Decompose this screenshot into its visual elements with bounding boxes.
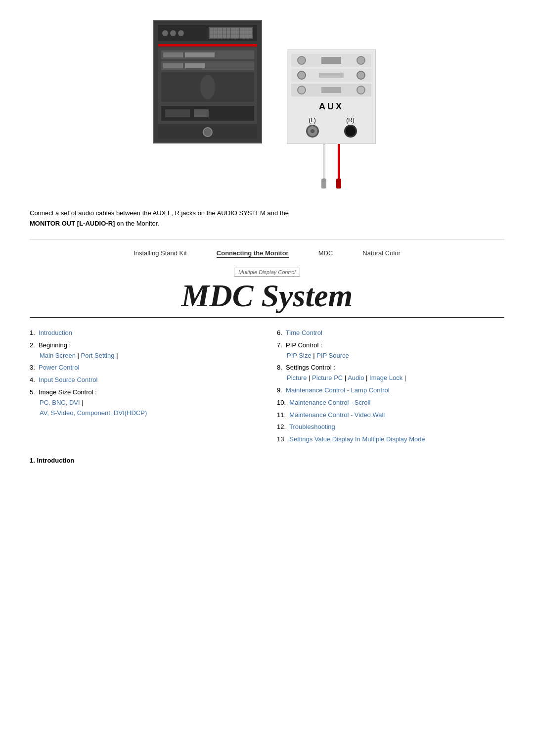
toc-item-7: 7. PIP Control : PIP Size | PIP Source bbox=[277, 340, 504, 361]
description-text: Connect a set of audio cables between th… bbox=[30, 208, 504, 229]
toc-link-video-wall[interactable]: Maintenance Control - Video Wall bbox=[289, 411, 385, 419]
monitor-ctrl-bar2 bbox=[194, 109, 209, 117]
toc-item-5: 5. Image Size Control : PC, BNC, DVI | A… bbox=[30, 387, 257, 418]
toc-sep-7: | bbox=[366, 374, 369, 381]
aux-mid-row bbox=[291, 69, 371, 82]
toc-item-12: 12. Troubleshooting bbox=[277, 422, 504, 432]
toc-container: 1. Introduction 2. Beginning : Main Scre… bbox=[30, 328, 504, 447]
monitor-buttons bbox=[162, 30, 184, 36]
toc-link-pip-size[interactable]: PIP Size bbox=[287, 352, 312, 359]
grid-cell bbox=[244, 28, 248, 31]
toc-link-scroll[interactable]: Maintenance Control - Scroll bbox=[289, 399, 370, 406]
aux-conn-bar bbox=[321, 57, 341, 64]
toc-item-8: 8. Settings Control : Picture | Picture … bbox=[277, 363, 504, 383]
monitor-row-2 bbox=[161, 61, 254, 70]
grid-cell bbox=[231, 35, 235, 38]
toc-link-port-setting[interactable]: Port Setting bbox=[81, 352, 115, 359]
toc-item-3: 3. Power Control bbox=[30, 363, 257, 373]
toc-left: 1. Introduction 2. Beginning : Main Scre… bbox=[30, 328, 257, 447]
grid-cell bbox=[240, 35, 244, 38]
monitor-btn-3 bbox=[178, 30, 184, 36]
toc-link-pip-source[interactable]: PIP Source bbox=[316, 352, 349, 359]
aux-image: AUX (L) (R) bbox=[282, 49, 381, 189]
grid-cell bbox=[218, 35, 222, 38]
aux-conn-6 bbox=[356, 86, 365, 94]
toc-link-main-screen[interactable]: Main Screen bbox=[40, 352, 76, 359]
toc-link-settings-value[interactable]: Settings Value Display In Multiple Displ… bbox=[289, 435, 425, 443]
toc-num-9: 9. bbox=[277, 386, 284, 394]
grid-cell bbox=[218, 31, 222, 34]
toc-sep-1: | bbox=[78, 352, 81, 359]
toc-link-troubleshooting[interactable]: Troubleshooting bbox=[289, 423, 335, 430]
toc-item-2: 2. Beginning : Main Screen | Port Settin… bbox=[30, 340, 257, 361]
toc-num-7: 7. bbox=[277, 341, 284, 349]
aux-plug-red bbox=[336, 179, 341, 189]
tab-natural-color[interactable]: Natural Color bbox=[362, 249, 400, 258]
description-suffix: on the Monitor. bbox=[117, 220, 159, 227]
grid-cell bbox=[227, 35, 231, 38]
monitor-row-detail bbox=[185, 63, 205, 68]
grid-cell bbox=[214, 31, 218, 34]
toc-link-av-svideo[interactable]: AV, S-Video, Component, DVI(HDCP) bbox=[40, 409, 147, 417]
grid-cell bbox=[222, 28, 226, 31]
grid-cell bbox=[231, 28, 235, 31]
monitor-bottom-controls bbox=[161, 106, 254, 121]
toc-link-lamp-control[interactable]: Maintenance Control - Lamp Control bbox=[286, 386, 390, 394]
toc-link-input-source[interactable]: Input Source Control bbox=[39, 376, 97, 383]
aux-mid-bar bbox=[319, 73, 344, 78]
aux-r-jack bbox=[344, 125, 357, 138]
aux-lower-bar bbox=[321, 87, 341, 93]
aux-l-jack bbox=[306, 125, 319, 138]
aux-jacks: (L) (R) bbox=[291, 115, 371, 140]
aux-label: AUX bbox=[319, 101, 344, 112]
red-bar bbox=[158, 44, 257, 47]
grid-cell bbox=[231, 31, 235, 34]
toc-item-6: 6. Time Control bbox=[277, 328, 504, 338]
toc-num-10: 10. bbox=[277, 399, 288, 406]
aux-lower-row bbox=[291, 84, 371, 96]
monitor-bottom bbox=[158, 126, 257, 139]
toc-sub-5: PC, BNC, DVI | AV, S-Video, Component, D… bbox=[30, 398, 257, 419]
toc-num-8: 8. bbox=[277, 364, 284, 371]
grid-cell bbox=[235, 35, 239, 38]
toc-link-introduction[interactable]: Introduction bbox=[39, 329, 72, 336]
toc-num-13: 13. bbox=[277, 435, 288, 443]
toc-num-5: 5. bbox=[30, 388, 37, 396]
aux-conn-5 bbox=[297, 86, 306, 94]
mdc-system-header: Multiple Display Control MDC System bbox=[30, 268, 504, 318]
monitor-mid bbox=[158, 47, 257, 124]
grid-cell bbox=[248, 35, 252, 38]
toc-link-pc-bnc-dvi[interactable]: PC, BNC, DVI bbox=[40, 399, 80, 406]
grid-cell bbox=[240, 28, 244, 31]
tab-connecting-monitor[interactable]: Connecting the Monitor bbox=[217, 249, 289, 258]
toc-sep-3: | bbox=[82, 399, 83, 406]
aux-r-label: (R) bbox=[346, 117, 355, 124]
toc-link-power-control[interactable]: Power Control bbox=[39, 364, 79, 371]
monitor-btn-1 bbox=[162, 30, 168, 36]
toc-link-time-control[interactable]: Time Control bbox=[286, 329, 322, 336]
monitor-knob-visual bbox=[200, 75, 215, 99]
toc-sep-8: | bbox=[404, 374, 406, 381]
grid-cell bbox=[248, 31, 252, 34]
description-prefix: Connect a set of audio cables between th… bbox=[30, 209, 289, 217]
toc-sub-2: Main Screen | Port Setting | bbox=[30, 351, 257, 361]
monitor-knob bbox=[203, 127, 213, 137]
monitor-ctrl-bar bbox=[165, 109, 190, 117]
toc-item-1: 1. Introduction bbox=[30, 328, 257, 338]
grid-cell bbox=[210, 31, 214, 34]
monitor-row-1 bbox=[161, 50, 254, 59]
aux-cable-white bbox=[321, 144, 326, 189]
toc-sub-8: Picture | Picture PC | Audio | Image Loc… bbox=[277, 373, 504, 383]
toc-link-picture[interactable]: Picture bbox=[287, 374, 307, 381]
toc-link-image-lock[interactable]: Image Lock bbox=[369, 374, 402, 381]
toc-num-4: 4. bbox=[30, 376, 37, 383]
toc-sep-2: | bbox=[116, 352, 118, 359]
tab-mdc[interactable]: MDC bbox=[318, 249, 333, 258]
grid-cell bbox=[214, 28, 218, 31]
toc-item-4: 4. Input Source Control bbox=[30, 375, 257, 385]
toc-link-picture-pc[interactable]: Picture PC bbox=[312, 374, 343, 381]
tab-installing-stand-kit[interactable]: Installing Stand Kit bbox=[134, 249, 187, 258]
toc-link-audio[interactable]: Audio bbox=[348, 374, 364, 381]
toc-num-3: 3. bbox=[30, 364, 37, 371]
toc-item-13: 13. Settings Value Display In Multiple D… bbox=[277, 434, 504, 445]
